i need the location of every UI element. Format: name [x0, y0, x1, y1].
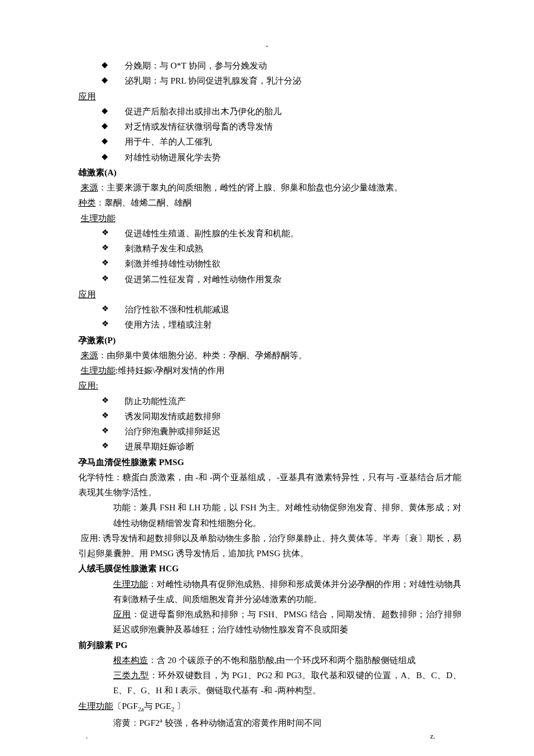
text: 治疗卵泡囊肿或排卵延迟: [125, 424, 461, 439]
hcg-application: 应用：促进母畜卵泡成熟和排卵；与 FSH、PMSG 结合，同期发情、超数排卵；治…: [78, 607, 461, 638]
diamond-icon: ◆: [102, 58, 125, 73]
list-item: ◆对雄性动物进展化学去势: [78, 150, 461, 165]
star-icon: ❖: [102, 409, 125, 423]
text: 促进产后胎衣排出或排出木乃伊化的胎儿: [125, 104, 461, 119]
document-page: - ◆分娩期：与 O*T 协同，参与分娩发动 ◆泌乳期：与 PRL 协同促进乳腺…: [0, 0, 534, 756]
label: 应用:: [78, 378, 98, 393]
progesterone-source: 来源：由卵巢中黄体细胞分泌。种类：孕酮、孕烯醇酮等。: [78, 348, 461, 363]
progesterone-physiology: 生理功能:维持妊娠\孕酮对发情的作用: [78, 363, 461, 378]
text: 用于牛、羊的人工催乳: [125, 134, 461, 149]
text: 溶黄：PGF2a 较强，各种动物适宜的溶黄作用时间不同: [113, 715, 461, 730]
text: 进展早期妊娠诊断: [125, 439, 461, 454]
star-icon: ❖: [102, 241, 125, 255]
text: 三类九型：环外双键数目，为 PG1、PG2 和 PG3。取代基和双键的位置，A、…: [113, 668, 461, 699]
text: 对雄性动物进展化学去势: [125, 150, 461, 165]
label: 应用: [78, 89, 96, 104]
list-item: ❖治疗性欲不强和性机能减退: [78, 302, 461, 317]
list-item: ❖促进雄性生殖道、副性腺的生长发育和机能。: [78, 226, 461, 241]
list-item: ❖使用方法，埋植或注射: [78, 317, 461, 332]
star-icon: ❖: [102, 424, 125, 438]
heading: 人绒毛膜促性腺激素 HCG: [78, 561, 179, 576]
list-item: ◆用于牛、羊的人工催乳: [78, 134, 461, 149]
text: 化学特性：糖蛋白质激素，由 -和 -两个亚基组成， -亚基具有激素特异性，只有与…: [78, 470, 461, 501]
text: 促进第二性征发育，对雌性动物作用复杂: [125, 272, 461, 287]
hcg-physiology: 生理功能：对雌性动物具有促卵泡成熟、排卵和形成黄体并分泌孕酮的作用；对雄性动物具…: [78, 577, 461, 607]
list-item: ❖进展早期妊娠诊断: [78, 439, 461, 454]
list-item: ❖诱发同期发情或超数排卵: [78, 409, 461, 424]
text: 防止功能性流产: [125, 394, 461, 409]
label: 种类: [78, 195, 96, 210]
star-icon: ❖: [102, 302, 125, 316]
heading: 雄激素(A): [78, 165, 117, 180]
heading: 孕马血清促性腺激素 PMSG: [78, 455, 184, 470]
physiology-label: 生理功能: [78, 211, 461, 226]
heading: 孕激素(P): [78, 333, 116, 348]
label: 应用: [78, 287, 96, 302]
star-icon: ❖: [102, 317, 125, 332]
section-title-androgen: 雄激素(A): [78, 165, 461, 180]
text: 刺激并维持雄性动物性欲: [125, 256, 461, 271]
star-icon: ❖: [102, 226, 125, 240]
star-icon: ❖: [102, 394, 125, 408]
list-item: ❖刺激并维持雄性动物性欲: [78, 256, 461, 271]
text: 刺激精子发生和成熟: [125, 241, 461, 256]
list-item: ◆促进产后胎衣排出或排出木乃伊化的胎儿: [78, 104, 461, 119]
diamond-icon: ◆: [102, 119, 125, 134]
pg-dissolve: 溶黄：PGF2a 较强，各种动物适宜的溶黄作用时间不同: [78, 715, 461, 730]
text: 来源：主要来源于睾丸的间质细胞，雌性的肾上腺、卵巢和胎盘也分泌少量雄激素。: [78, 180, 403, 195]
text: 来源：由卵巢中黄体细胞分泌。种类：孕酮、孕烯醇酮等。: [78, 348, 307, 363]
star-icon: ❖: [102, 439, 125, 453]
list-item: ❖防止功能性流产: [78, 394, 461, 409]
text: 分娩期：与 O*T 协同，参与分娩发动: [125, 58, 461, 73]
text: 功能：兼具 FSH 和 LH 功能，以 FSH 为主。对雌性动物促卵泡发育、排卵…: [113, 500, 461, 531]
list-item: ❖促进第二性征发育，对雌性动物作用复杂: [78, 272, 461, 287]
text: ：睾酮、雄烯二酮、雄酮: [96, 195, 192, 210]
heading: 前列腺素 PG: [78, 638, 128, 653]
androgen-kinds: 种类：睾酮、雄烯二酮、雄酮: [78, 195, 461, 210]
list-item: ❖治疗卵泡囊肿或排卵延迟: [78, 424, 461, 439]
star-icon: ❖: [102, 272, 125, 286]
diamond-icon: ◆: [102, 73, 125, 88]
pg-types: 三类九型：环外双键数目，为 PG1、PG2 和 PG3。取代基和双键的位置，A、…: [78, 668, 461, 699]
text: 生理功能〔PGF2a与 PGE2 〕: [78, 699, 185, 715]
pg-physiology-label: 生理功能〔PGF2a与 PGE2 〕: [78, 699, 461, 715]
star-icon: ❖: [102, 256, 125, 271]
text: 促进雄性生殖道、副性腺的生长发育和机能。: [125, 226, 461, 241]
text: 应用: 诱导发情和超数排卵以及单胎动物生多胎，治疗卵巢静止、持久黄体等。半寿〔衰…: [78, 531, 461, 561]
text: 生理功能: [78, 211, 116, 226]
section-title-pg: 前列腺素 PG: [78, 638, 461, 653]
androgen-source: 来源：主要来源于睾丸的间质细胞，雌性的肾上腺、卵巢和胎盘也分泌少量雄激素。: [78, 180, 461, 195]
list-item: ◆对乏情或发情征状微弱母畜的诱导发情: [78, 119, 461, 134]
list-item: ◆泌乳期：与 PRL 协同促进乳腺发育，乳汁分泌: [78, 73, 461, 88]
application-label: 应用: [78, 89, 461, 104]
pg-structure: 根本构造：含 20 个碳原子的不饱和脂肪酸,由一个环戊环和两个脂肪酸侧链组成: [78, 653, 461, 668]
diamond-icon: ◆: [102, 134, 125, 149]
application-label: 应用:: [78, 378, 461, 393]
list-item: ◆分娩期：与 O*T 协同，参与分娩发动: [78, 58, 461, 73]
page-bottom-left-mark: .: [86, 730, 88, 743]
text: 对乏情或发情征状微弱母畜的诱导发情: [125, 119, 461, 134]
page-top-mark: -: [266, 39, 268, 53]
section-title-hcg: 人绒毛膜促性腺激素 HCG: [78, 561, 461, 576]
pmsg-function: 功能：兼具 FSH 和 LH 功能，以 FSH 为主。对雌性动物促卵泡发育、排卵…: [78, 500, 461, 531]
text: 泌乳期：与 PRL 协同促进乳腺发育，乳汁分泌: [125, 73, 461, 88]
pmsg-application: 应用: 诱导发情和超数排卵以及单胎动物生多胎，治疗卵巢静止、持久黄体等。半寿〔衰…: [78, 531, 461, 561]
text: 使用方法，埋植或注射: [125, 317, 461, 332]
text: 生理功能:维持妊娠\孕酮对发情的作用: [78, 363, 225, 378]
text: 生理功能：对雌性动物具有促卵泡成熟、排卵和形成黄体并分泌孕酮的作用；对雄性动物具…: [113, 577, 461, 607]
text: 应用：促进母畜卵泡成熟和排卵；与 FSH、PMSG 结合，同期发情、超数排卵；治…: [113, 607, 461, 638]
text: 根本构造：含 20 个碳原子的不饱和脂肪酸,由一个环戊环和两个脂肪酸侧链组成: [113, 653, 461, 668]
section-title-pmsg: 孕马血清促性腺激素 PMSG: [78, 455, 461, 470]
text: 治疗性欲不强和性机能减退: [125, 302, 461, 317]
section-title-progesterone: 孕激素(P): [78, 333, 461, 348]
text: 诱发同期发情或超数排卵: [125, 409, 461, 424]
diamond-icon: ◆: [102, 150, 125, 164]
application-label: 应用: [78, 287, 461, 302]
pmsg-chemistry: 化学特性：糖蛋白质激素，由 -和 -两个亚基组成， -亚基具有激素特异性，只有与…: [78, 470, 461, 501]
page-bottom-right-mark: z.: [430, 730, 435, 743]
diamond-icon: ◆: [102, 104, 125, 118]
list-item: ❖刺激精子发生和成熟: [78, 241, 461, 256]
